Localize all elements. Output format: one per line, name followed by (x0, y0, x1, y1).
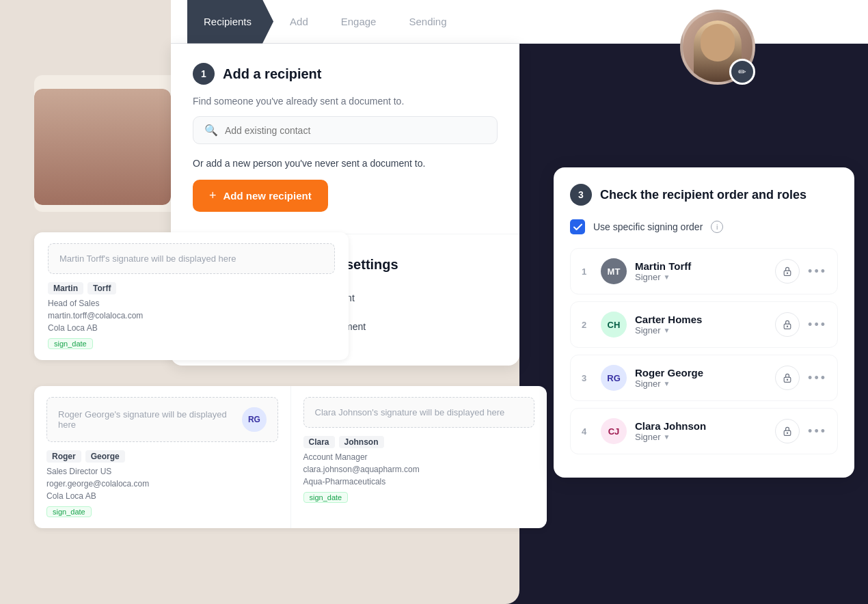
recipient-name-ch: Carter Homes (635, 314, 767, 325)
nav-step-sending[interactable]: Sending (392, 0, 463, 44)
svg-point-3 (787, 326, 788, 327)
roger-avatar: RG (242, 407, 266, 432)
roger-sig-placeholder: Roger George's signature will be display… (46, 397, 278, 442)
section1-header: 1 Add a recipient (193, 63, 498, 85)
person-illustration (34, 89, 171, 205)
recipient-role-dropdown-cj[interactable]: Signer ▼ (635, 432, 767, 442)
martin-email: martin.torff@colaloca.com (48, 311, 335, 320)
clara-date-tag: sign_date (303, 492, 349, 503)
right-panel: 3 Check the recipient order and roles Us… (554, 167, 854, 478)
more-options-mt[interactable]: ••• (808, 264, 826, 279)
recipient-info-rg: Roger George Signer ▼ (635, 367, 767, 389)
step1-circle: 1 (193, 63, 215, 85)
recipient-avatar-mt: MT (601, 258, 627, 284)
edit-profile-button[interactable]: ✏ (729, 59, 755, 85)
recipient-avatar-cj: CJ (601, 418, 627, 444)
role-chevron-icon: ▼ (664, 327, 670, 334)
signing-order-checkbox[interactable] (570, 219, 585, 234)
martin-first-name: Martin (48, 282, 83, 294)
nav-step-engage[interactable]: Engage (325, 0, 393, 44)
recipient-row-rg: 3 RG Roger George Signer ▼ ••• (570, 355, 838, 401)
add-new-recipient-button[interactable]: + Add new recipient (193, 180, 328, 212)
recipient-name-cj: Clara Johnson (635, 420, 767, 432)
doc-col-clara: Clara Johnson's signature will be displa… (291, 386, 547, 528)
svg-point-1 (787, 273, 788, 274)
clara-last-name: Johnson (339, 436, 384, 448)
info-icon[interactable]: i (711, 221, 723, 233)
right-panel-title: Check the recipient order and roles (600, 188, 806, 202)
recipient-row-mt: 1 MT Martin Torff Signer ▼ ••• (570, 248, 838, 294)
recipient-role-dropdown-mt[interactable]: Signer ▼ (635, 272, 767, 282)
clara-name-tags: Clara Johnson (303, 436, 535, 448)
plus-icon: + (209, 189, 217, 203)
recipient-row-cj: 4 CJ Clara Johnson Signer ▼ ••• (570, 408, 838, 454)
more-options-cj[interactable]: ••• (808, 424, 826, 439)
recipients-list: 1 MT Martin Torff Signer ▼ ••• 2 CH Cart… (570, 248, 838, 454)
recipient-row-ch: 2 CH Carter Homes Signer ▼ ••• (570, 301, 838, 348)
roger-email: roger.george@colaloca.com (46, 479, 278, 489)
profile-area: ✏ (680, 10, 755, 87)
doc-card-martin: Martin Torff's signature will be display… (34, 232, 349, 360)
martin-name-tags: Martin Torff (48, 282, 335, 294)
roger-date-tag: sign_date (46, 506, 92, 517)
clara-first-name: Clara (303, 436, 335, 448)
martin-sig-placeholder: Martin Torff's signature will be display… (48, 243, 335, 274)
clara-job-title: Account Manager (303, 452, 535, 462)
martin-company: Cola Loca AB (48, 323, 335, 333)
recipient-role-dropdown-rg[interactable]: Signer ▼ (635, 379, 767, 389)
recipient-role-dropdown-ch[interactable]: Signer ▼ (635, 325, 767, 335)
recipient-name-rg: Roger George (635, 367, 767, 379)
section1-title: Add a recipient (223, 66, 321, 82)
martin-last-name: Torff (87, 282, 116, 294)
or-text: Or add a new person you've never sent a … (193, 158, 498, 169)
recipient-info-mt: Martin Torff Signer ▼ (635, 260, 767, 282)
roger-last-name: George (85, 450, 125, 463)
svg-point-5 (787, 379, 788, 381)
recipient-avatar-ch: CH (601, 312, 627, 338)
search-contact-input[interactable] (225, 125, 486, 136)
checkmark-icon (573, 223, 582, 232)
recipient-info-ch: Carter Homes Signer ▼ (635, 314, 767, 335)
recipient-avatar-rg: RG (601, 365, 627, 391)
search-contact-wrap[interactable]: 🔍 (193, 116, 498, 144)
more-options-rg[interactable]: ••• (808, 371, 826, 385)
roger-job-title: Sales Director US (46, 467, 278, 476)
nav-step-recipients[interactable]: Recipients (187, 0, 273, 44)
recipient-info-cj: Clara Johnson Signer ▼ (635, 420, 767, 442)
more-options-ch[interactable]: ••• (808, 318, 826, 332)
role-chevron-icon: ▼ (664, 433, 670, 441)
roger-first-name: Roger (46, 450, 81, 463)
clara-company: Aqua-Pharmaceuticals (303, 477, 535, 486)
top-navigation: Recipients Add Engage Sending (171, 0, 868, 44)
signing-order-label: Use specific signing order (593, 221, 703, 232)
recipient-order-rg: 3 (582, 373, 593, 383)
recipient-name-mt: Martin Torff (635, 260, 767, 272)
right-panel-header: 3 Check the recipient order and roles (570, 184, 838, 206)
recipient-order-cj: 4 (582, 426, 593, 437)
roger-company: Cola Loca AB (46, 491, 278, 501)
role-chevron-icon: ▼ (664, 273, 670, 281)
recipient-order-ch: 2 (582, 320, 593, 330)
doc-card-bottom: Roger George's signature will be display… (34, 386, 547, 528)
lock-icon-mt[interactable] (775, 259, 800, 284)
nav-step-add[interactable]: Add (273, 0, 325, 44)
role-chevron-icon: ▼ (664, 380, 670, 387)
martin-date-tag: sign_date (48, 338, 93, 349)
step3-circle: 3 (570, 184, 592, 206)
lock-icon-cj[interactable] (775, 419, 800, 443)
clara-sig-placeholder: Clara Johnson's signature will be displa… (303, 397, 535, 428)
roger-name-tags: Roger George (46, 450, 278, 463)
lock-icon-ch[interactable] (775, 312, 800, 337)
search-icon: 🔍 (204, 124, 218, 137)
svg-point-7 (787, 433, 788, 434)
clara-email: clara.johnson@aquapharm.com (303, 465, 535, 474)
lock-icon-rg[interactable] (775, 366, 800, 390)
martin-job-title: Head of Sales (48, 299, 335, 308)
signing-order-checkbox-row: Use specific signing order i (570, 219, 838, 234)
recipient-order-mt: 1 (582, 266, 593, 277)
section1-desc: Find someone you've already sent a docum… (193, 96, 498, 107)
doc-col-roger: Roger George's signature will be display… (34, 386, 291, 528)
